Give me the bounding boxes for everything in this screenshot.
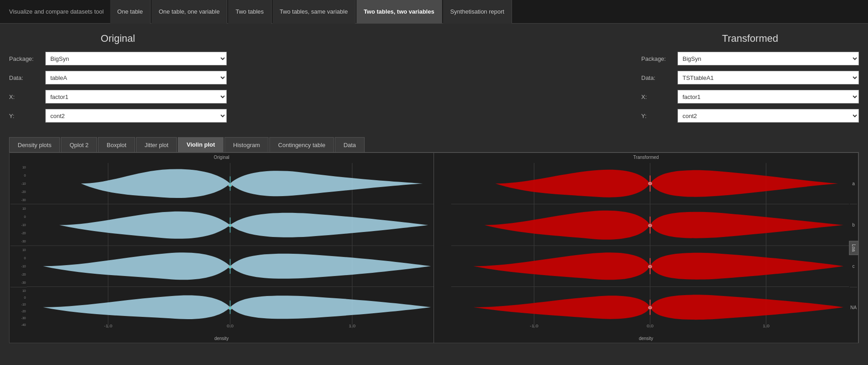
transformed-plot: Transformed xyxy=(434,153,858,343)
original-y-row: Y: cont2 xyxy=(9,109,227,123)
original-section: Original Package: BigSyn Data: tableA X:… xyxy=(9,33,227,128)
original-plot-title: Original xyxy=(10,155,434,160)
row-label-b: b xyxy=(850,204,857,246)
tab-boxplot[interactable]: Boxplot xyxy=(98,137,135,152)
transformed-package-select[interactable]: BigSyn xyxy=(678,52,859,65)
original-x-row: X: factor1 xyxy=(9,90,227,104)
top-nav: Visualize and compare datasets tool One … xyxy=(0,0,868,24)
svg-point-8 xyxy=(229,184,232,187)
svg-point-14 xyxy=(229,307,232,310)
tab-violin-plot[interactable]: Violin plot xyxy=(178,137,224,152)
transformed-plot-title: Transformed xyxy=(434,155,858,160)
tab-one-table-one-var[interactable]: One table, one variable xyxy=(151,0,227,24)
original-y-select[interactable]: cont2 xyxy=(45,109,227,123)
original-violin-svg: -1.0 0.0 1.0 xyxy=(27,163,434,328)
original-x-select[interactable]: factor1 xyxy=(45,90,227,104)
transformed-y-label: Y: xyxy=(641,113,678,119)
transformed-x-axis-label: density xyxy=(434,336,858,341)
load-button[interactable]: Loa xyxy=(849,241,858,255)
original-data-select[interactable]: tableA xyxy=(45,71,227,84)
tab-one-table[interactable]: One table xyxy=(110,0,151,24)
app-brand: Visualize and compare datasets tool xyxy=(4,8,109,15)
tab-qplot2[interactable]: Qplot 2 xyxy=(61,137,97,152)
svg-text:1.0: 1.0 xyxy=(349,324,356,328)
transformed-package-row: Package: BigSyn xyxy=(641,52,859,65)
original-package-row: Package: BigSyn xyxy=(9,52,227,65)
tab-data[interactable]: Data xyxy=(335,137,364,152)
main-content: Original Package: BigSyn Data: tableA X:… xyxy=(0,24,868,343)
original-x-axis-label: density xyxy=(10,336,434,341)
original-package-select[interactable]: BigSyn xyxy=(45,52,227,65)
svg-point-10 xyxy=(229,224,232,227)
tab-two-tables-same-var[interactable]: Two tables, same variable xyxy=(273,0,356,24)
original-y-label: Y: xyxy=(9,113,45,119)
tab-density-plots[interactable]: Density plots xyxy=(9,137,60,152)
svg-point-28 xyxy=(649,224,652,227)
svg-text:-1.0: -1.0 xyxy=(530,324,538,328)
tab-synth-report[interactable]: Synthetisation report xyxy=(443,0,512,24)
transformed-x-label: X: xyxy=(641,94,678,100)
plot-tab-bar: Density plots Qplot 2 Boxplot Jitter plo… xyxy=(9,137,859,153)
transformed-x-select[interactable]: factor1 xyxy=(678,90,859,104)
transformed-title: Transformed xyxy=(641,33,859,44)
transformed-data-row: Data: TSTtableA1 xyxy=(641,71,859,84)
transformed-data-select[interactable]: TSTtableA1 xyxy=(678,71,859,84)
svg-point-30 xyxy=(649,265,652,268)
original-plot: Original 10 0 -10 -20 -30 10 0 -10 -20 - xyxy=(10,153,434,343)
transformed-violin-svg: -1.0 0.0 1.0 xyxy=(451,163,849,328)
original-data-row: Data: tableA xyxy=(9,71,227,84)
svg-point-26 xyxy=(649,182,652,185)
transformed-package-label: Package: xyxy=(641,55,678,62)
row-label-na: NA xyxy=(850,287,857,328)
transformed-section: Transformed Package: BigSyn Data: TSTtab… xyxy=(641,33,859,128)
svg-text:-1.0: -1.0 xyxy=(104,324,112,328)
transformed-data-label: Data: xyxy=(641,74,678,81)
original-package-label: Package: xyxy=(9,55,45,62)
tab-jitter-plot[interactable]: Jitter plot xyxy=(136,137,177,152)
tab-histogram[interactable]: Histogram xyxy=(224,137,268,152)
transformed-x-row: X: factor1 xyxy=(641,90,859,104)
plot-container: Original 10 0 -10 -20 -30 10 0 -10 -20 - xyxy=(9,153,859,343)
svg-point-32 xyxy=(649,306,652,309)
original-x-label: X: xyxy=(9,94,45,100)
svg-text:1.0: 1.0 xyxy=(763,324,770,328)
svg-point-12 xyxy=(229,266,232,268)
tab-two-tables[interactable]: Two tables xyxy=(228,0,271,24)
tab-two-tables-two-vars[interactable]: Two tables, two variables xyxy=(356,0,442,24)
svg-text:0.0: 0.0 xyxy=(647,324,654,328)
transformed-y-select[interactable]: cont2 xyxy=(678,109,859,123)
row-label-a: a xyxy=(850,163,857,204)
original-data-label: Data: xyxy=(9,74,45,81)
tab-contingency-table[interactable]: Contingency table xyxy=(269,137,334,152)
original-title: Original xyxy=(9,33,227,44)
form-area: Original Package: BigSyn Data: tableA X:… xyxy=(9,33,859,128)
transformed-y-row: Y: cont2 xyxy=(641,109,859,123)
svg-text:0.0: 0.0 xyxy=(227,324,234,328)
